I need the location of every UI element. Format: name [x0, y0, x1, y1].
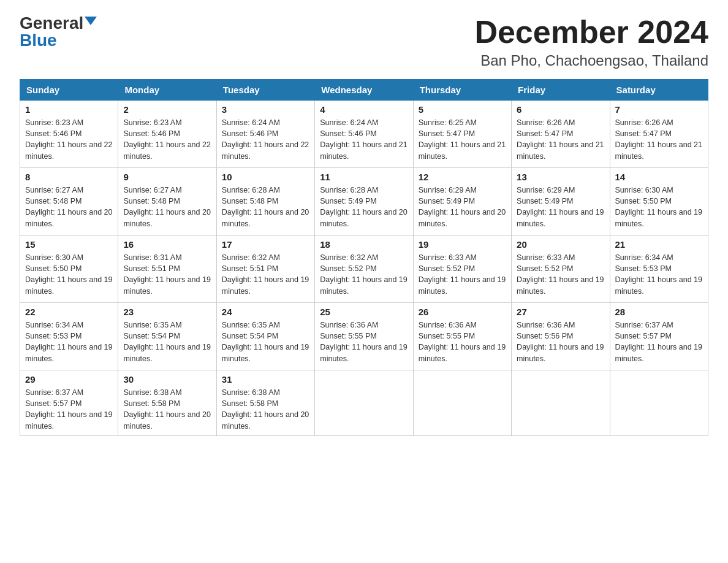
day-info: Sunrise: 6:28 AMSunset: 5:48 PMDaylight:… — [222, 185, 309, 229]
calendar-week-row: 29Sunrise: 6:37 AMSunset: 5:57 PMDayligh… — [20, 370, 708, 436]
calendar-header-tuesday: Tuesday — [216, 80, 314, 101]
day-number: 22 — [25, 307, 113, 317]
day-info: Sunrise: 6:32 AMSunset: 5:51 PMDaylight:… — [222, 252, 309, 297]
day-info: Sunrise: 6:23 AMSunset: 5:46 PMDaylight:… — [123, 117, 211, 162]
day-number: 23 — [123, 307, 211, 317]
calendar-cell — [512, 370, 610, 436]
day-number: 3 — [222, 104, 309, 115]
day-number: 17 — [222, 239, 309, 250]
calendar-cell: 5Sunrise: 6:25 AMSunset: 5:47 PMDaylight… — [413, 101, 511, 168]
calendar-week-row: 8Sunrise: 6:27 AMSunset: 5:48 PMDaylight… — [20, 168, 708, 236]
day-info: Sunrise: 6:24 AMSunset: 5:46 PMDaylight:… — [222, 117, 309, 162]
day-number: 25 — [320, 307, 408, 317]
day-number: 20 — [517, 239, 604, 250]
calendar-cell: 31Sunrise: 6:38 AMSunset: 5:58 PMDayligh… — [216, 370, 314, 436]
calendar-cell: 22Sunrise: 6:34 AMSunset: 5:53 PMDayligh… — [20, 303, 118, 370]
day-info: Sunrise: 6:37 AMSunset: 5:57 PMDaylight:… — [615, 320, 703, 364]
calendar-cell — [413, 370, 511, 436]
day-number: 26 — [419, 307, 506, 317]
day-number: 29 — [25, 374, 113, 385]
calendar-cell — [610, 370, 708, 436]
calendar-cell: 29Sunrise: 6:37 AMSunset: 5:57 PMDayligh… — [20, 370, 118, 436]
calendar-header-sunday: Sunday — [20, 80, 118, 101]
day-number: 19 — [419, 239, 506, 250]
calendar-header-row: SundayMondayTuesdayWednesdayThursdayFrid… — [20, 80, 708, 101]
calendar-week-row: 22Sunrise: 6:34 AMSunset: 5:53 PMDayligh… — [20, 303, 708, 370]
calendar-cell: 18Sunrise: 6:32 AMSunset: 5:52 PMDayligh… — [315, 236, 413, 303]
day-info: Sunrise: 6:32 AMSunset: 5:52 PMDaylight:… — [320, 252, 408, 297]
calendar-cell: 6Sunrise: 6:26 AMSunset: 5:47 PMDaylight… — [512, 101, 610, 168]
calendar-cell — [315, 370, 413, 436]
day-number: 13 — [517, 172, 604, 182]
calendar-cell: 4Sunrise: 6:24 AMSunset: 5:46 PMDaylight… — [315, 101, 413, 168]
calendar-cell: 27Sunrise: 6:36 AMSunset: 5:56 PMDayligh… — [512, 303, 610, 370]
calendar-header-wednesday: Wednesday — [315, 80, 413, 101]
calendar-cell: 9Sunrise: 6:27 AMSunset: 5:48 PMDaylight… — [118, 168, 216, 236]
calendar-cell: 24Sunrise: 6:35 AMSunset: 5:54 PMDayligh… — [216, 303, 314, 370]
title-area: December 2024 Ban Pho, Chachoengsao, Tha… — [474, 15, 708, 69]
day-info: Sunrise: 6:38 AMSunset: 5:58 PMDaylight:… — [123, 387, 211, 432]
day-number: 1 — [25, 104, 113, 115]
day-number: 30 — [123, 374, 211, 385]
day-info: Sunrise: 6:36 AMSunset: 5:56 PMDaylight:… — [517, 320, 604, 364]
calendar-week-row: 1Sunrise: 6:23 AMSunset: 5:46 PMDaylight… — [20, 101, 708, 168]
calendar-cell: 15Sunrise: 6:30 AMSunset: 5:50 PMDayligh… — [20, 236, 118, 303]
calendar-cell: 19Sunrise: 6:33 AMSunset: 5:52 PMDayligh… — [413, 236, 511, 303]
day-info: Sunrise: 6:36 AMSunset: 5:55 PMDaylight:… — [320, 320, 408, 364]
calendar-cell: 28Sunrise: 6:37 AMSunset: 5:57 PMDayligh… — [610, 303, 708, 370]
day-info: Sunrise: 6:33 AMSunset: 5:52 PMDaylight:… — [419, 252, 506, 297]
calendar-cell: 10Sunrise: 6:28 AMSunset: 5:48 PMDayligh… — [216, 168, 314, 236]
calendar-cell: 16Sunrise: 6:31 AMSunset: 5:51 PMDayligh… — [118, 236, 216, 303]
logo: General Blue — [20, 15, 97, 49]
logo-blue-text: Blue — [20, 32, 57, 49]
day-info: Sunrise: 6:27 AMSunset: 5:48 PMDaylight:… — [25, 185, 113, 229]
calendar-cell: 26Sunrise: 6:36 AMSunset: 5:55 PMDayligh… — [413, 303, 511, 370]
day-number: 8 — [25, 172, 113, 182]
day-info: Sunrise: 6:36 AMSunset: 5:55 PMDaylight:… — [419, 320, 506, 364]
calendar-cell: 13Sunrise: 6:29 AMSunset: 5:49 PMDayligh… — [512, 168, 610, 236]
calendar-cell: 21Sunrise: 6:34 AMSunset: 5:53 PMDayligh… — [610, 236, 708, 303]
page-header: General Blue December 2024 Ban Pho, Chac… — [20, 15, 708, 69]
day-info: Sunrise: 6:29 AMSunset: 5:49 PMDaylight:… — [517, 185, 604, 229]
calendar-week-row: 15Sunrise: 6:30 AMSunset: 5:50 PMDayligh… — [20, 236, 708, 303]
day-number: 14 — [615, 172, 703, 182]
day-info: Sunrise: 6:37 AMSunset: 5:57 PMDaylight:… — [25, 387, 113, 432]
day-info: Sunrise: 6:34 AMSunset: 5:53 PMDaylight:… — [615, 252, 703, 297]
day-number: 27 — [517, 307, 604, 317]
month-title: December 2024 — [474, 15, 708, 50]
day-number: 15 — [25, 239, 113, 250]
calendar-header-monday: Monday — [118, 80, 216, 101]
day-info: Sunrise: 6:30 AMSunset: 5:50 PMDaylight:… — [25, 252, 113, 297]
calendar-cell: 8Sunrise: 6:27 AMSunset: 5:48 PMDaylight… — [20, 168, 118, 236]
day-number: 11 — [320, 172, 408, 182]
calendar-cell: 30Sunrise: 6:38 AMSunset: 5:58 PMDayligh… — [118, 370, 216, 436]
calendar-cell: 12Sunrise: 6:29 AMSunset: 5:49 PMDayligh… — [413, 168, 511, 236]
day-info: Sunrise: 6:25 AMSunset: 5:47 PMDaylight:… — [419, 117, 506, 162]
day-number: 24 — [222, 307, 309, 317]
day-info: Sunrise: 6:35 AMSunset: 5:54 PMDaylight:… — [222, 320, 309, 364]
day-info: Sunrise: 6:24 AMSunset: 5:46 PMDaylight:… — [320, 117, 408, 162]
calendar-cell: 2Sunrise: 6:23 AMSunset: 5:46 PMDaylight… — [118, 101, 216, 168]
day-info: Sunrise: 6:23 AMSunset: 5:46 PMDaylight:… — [25, 117, 113, 162]
calendar-cell: 3Sunrise: 6:24 AMSunset: 5:46 PMDaylight… — [216, 101, 314, 168]
day-number: 2 — [123, 104, 211, 115]
day-number: 5 — [419, 104, 506, 115]
calendar-cell: 23Sunrise: 6:35 AMSunset: 5:54 PMDayligh… — [118, 303, 216, 370]
day-number: 28 — [615, 307, 703, 317]
day-number: 9 — [123, 172, 211, 182]
day-info: Sunrise: 6:28 AMSunset: 5:49 PMDaylight:… — [320, 185, 408, 229]
day-info: Sunrise: 6:33 AMSunset: 5:52 PMDaylight:… — [517, 252, 604, 297]
day-info: Sunrise: 6:26 AMSunset: 5:47 PMDaylight:… — [615, 117, 703, 162]
day-number: 6 — [517, 104, 604, 115]
calendar-cell: 14Sunrise: 6:30 AMSunset: 5:50 PMDayligh… — [610, 168, 708, 236]
day-info: Sunrise: 6:34 AMSunset: 5:53 PMDaylight:… — [25, 320, 113, 364]
day-info: Sunrise: 6:35 AMSunset: 5:54 PMDaylight:… — [123, 320, 211, 364]
calendar-cell: 20Sunrise: 6:33 AMSunset: 5:52 PMDayligh… — [512, 236, 610, 303]
calendar-cell: 7Sunrise: 6:26 AMSunset: 5:47 PMDaylight… — [610, 101, 708, 168]
day-number: 31 — [222, 374, 309, 385]
day-info: Sunrise: 6:29 AMSunset: 5:49 PMDaylight:… — [419, 185, 506, 229]
day-number: 10 — [222, 172, 309, 182]
calendar-cell: 1Sunrise: 6:23 AMSunset: 5:46 PMDaylight… — [20, 101, 118, 168]
calendar-cell: 11Sunrise: 6:28 AMSunset: 5:49 PMDayligh… — [315, 168, 413, 236]
day-info: Sunrise: 6:30 AMSunset: 5:50 PMDaylight:… — [615, 185, 703, 229]
